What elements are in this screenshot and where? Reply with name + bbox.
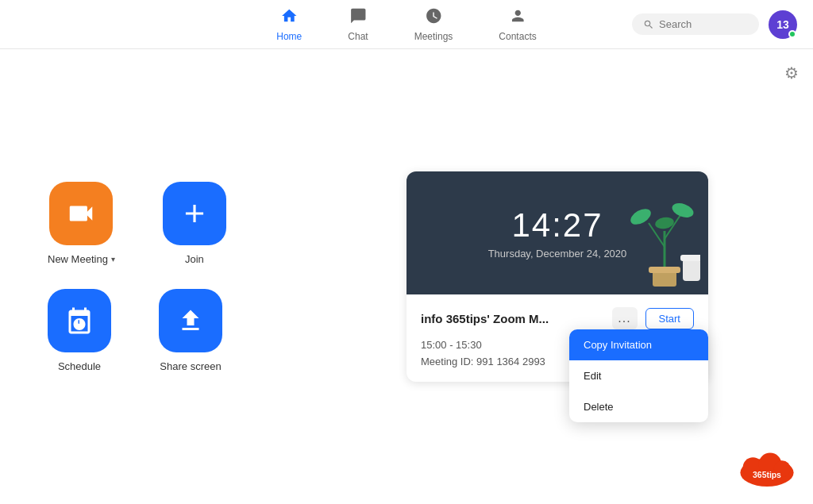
brand-logo: 365tips: [735, 448, 799, 490]
search-box[interactable]: [632, 13, 759, 35]
left-panel: New Meeting ▾ Join: [0, 49, 302, 504]
action-row-2: 19 Schedule Share screen: [48, 289, 222, 372]
dropdown-item-copy-invitation[interactable]: Copy Invitation: [569, 329, 708, 360]
svg-rect-2: [649, 267, 680, 273]
chat-icon: [349, 7, 367, 29]
search-icon: [643, 19, 654, 30]
svg-point-7: [670, 201, 695, 221]
topnav-center: Home Chat Meetings: [265, 2, 547, 47]
video-icon: [66, 198, 96, 229]
svg-rect-9: [683, 259, 700, 281]
nav-item-meetings[interactable]: Meetings: [403, 2, 464, 47]
meeting-title: info 365tips' Zoom M...: [421, 312, 604, 325]
nav-label-chat: Chat: [348, 31, 368, 42]
contacts-icon: [509, 7, 526, 29]
share-screen-button[interactable]: [159, 289, 222, 352]
nav-label-meetings: Meetings: [414, 31, 453, 42]
meeting-card: 14:27 Thursday, December 24, 2020: [406, 171, 708, 382]
card-body: info 365tips' Zoom M... ... Start 15:00 …: [406, 294, 708, 382]
settings-icon[interactable]: ⚙: [784, 63, 799, 83]
plus-icon: [179, 198, 210, 229]
card-header: info 365tips' Zoom M... ... Start: [421, 307, 694, 329]
banner-time: 14:27: [511, 206, 603, 244]
nav-label-home: Home: [276, 31, 302, 42]
schedule-item[interactable]: 19 Schedule: [48, 289, 111, 372]
schedule-label: Schedule: [58, 360, 101, 372]
banner-date: Thursday, December 24, 2020: [488, 248, 627, 260]
card-banner: 14:27 Thursday, December 24, 2020: [406, 171, 708, 294]
nav-item-home[interactable]: Home: [265, 2, 313, 47]
dropdown-item-delete[interactable]: Delete: [569, 391, 708, 422]
more-options-button[interactable]: ...: [612, 307, 638, 329]
avatar[interactable]: 13: [769, 10, 797, 39]
share-screen-item[interactable]: Share screen: [159, 289, 222, 372]
calendar-icon: 19: [65, 306, 94, 335]
join-item[interactable]: Join: [163, 182, 226, 265]
topnav-right: 13: [632, 10, 797, 39]
search-input[interactable]: [659, 18, 746, 30]
dropdown-menu: Copy Invitation Edit Delete: [569, 329, 708, 422]
chevron-down-icon: ▾: [111, 255, 115, 264]
new-meeting-item[interactable]: New Meeting ▾: [48, 182, 115, 265]
meetings-icon: [425, 7, 442, 29]
svg-text:19: 19: [75, 320, 84, 329]
right-panel: 14:27 Thursday, December 24, 2020: [302, 49, 813, 504]
nav-label-contacts: Contacts: [499, 31, 536, 42]
share-screen-label: Share screen: [160, 360, 221, 372]
online-status-dot: [788, 30, 796, 38]
nav-item-chat[interactable]: Chat: [337, 2, 379, 47]
svg-rect-10: [680, 255, 700, 261]
upload-icon: [176, 306, 205, 335]
topnav: Home Chat Meetings: [0, 0, 813, 49]
join-button[interactable]: [163, 182, 226, 245]
main-content: ⚙ New Meeting ▾: [0, 49, 813, 504]
nav-item-contacts[interactable]: Contacts: [487, 2, 547, 47]
new-meeting-label: New Meeting ▾: [48, 253, 115, 265]
schedule-button[interactable]: 19: [48, 289, 111, 352]
svg-text:365tips: 365tips: [753, 471, 781, 479]
join-label: Join: [185, 253, 204, 265]
start-meeting-button[interactable]: Start: [645, 308, 694, 329]
home-icon: [280, 7, 298, 29]
dropdown-item-edit[interactable]: Edit: [569, 360, 708, 391]
plant-decoration: [629, 199, 700, 294]
new-meeting-button[interactable]: [49, 182, 113, 245]
action-row-1: New Meeting ▾ Join: [48, 182, 226, 265]
